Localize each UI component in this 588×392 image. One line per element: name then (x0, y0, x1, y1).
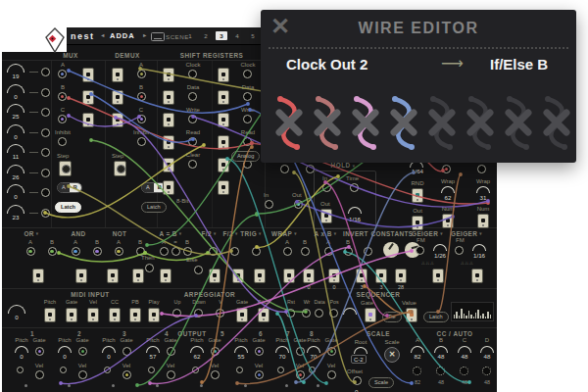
knob-dial[interactable] (7, 64, 24, 73)
gate-port[interactable] (122, 347, 131, 356)
knob-output-port[interactable] (41, 169, 50, 177)
sr-switch[interactable] (163, 135, 174, 150)
mux-ab-toggle[interactable]: AB (57, 182, 82, 193)
pitch-knob[interactable] (146, 346, 160, 353)
demux-step-knob[interactable] (114, 161, 126, 176)
misc-port[interactable] (280, 165, 289, 173)
logic-out-switch[interactable] (232, 269, 244, 283)
vel-port[interactable] (211, 370, 220, 379)
mod-port[interactable] (60, 367, 67, 373)
module-header[interactable]: GEIGER▾ (451, 230, 482, 237)
sr-switch[interactable] (218, 68, 229, 82)
cc-knob[interactable] (434, 346, 448, 353)
knob-dial[interactable] (7, 205, 24, 214)
patch-name[interactable]: ADDA (110, 31, 135, 40)
mod-port[interactable] (192, 367, 199, 373)
sr-port[interactable] (188, 137, 197, 146)
seq-mini-knob[interactable] (343, 308, 357, 315)
hold-time-port[interactable] (350, 183, 359, 192)
pitch-knob[interactable] (15, 346, 28, 353)
sr-switch[interactable] (218, 113, 229, 127)
seq-step-display[interactable] (451, 302, 494, 321)
sr-port[interactable] (243, 137, 252, 146)
logic-port[interactable] (183, 247, 192, 256)
arp-switch[interactable] (258, 308, 270, 322)
sr2-analog-button[interactable]: Analog (231, 151, 260, 162)
wire-style-swatch[interactable] (502, 92, 535, 153)
then-port[interactable] (145, 264, 154, 272)
pitch-knob[interactable] (307, 346, 320, 353)
vel-port[interactable] (78, 370, 87, 379)
gate-port[interactable] (327, 347, 336, 356)
module-header[interactable]: AND (71, 230, 85, 237)
knob-output-port[interactable] (41, 108, 50, 117)
pitch-knob[interactable] (102, 346, 116, 353)
wire-style-swatch[interactable] (349, 92, 382, 153)
logic-port[interactable] (209, 247, 218, 256)
else-port[interactable] (194, 266, 203, 274)
mux-switch[interactable] (82, 90, 94, 105)
sr-switch[interactable] (218, 158, 229, 172)
geiger1-fm-port[interactable] (416, 246, 424, 255)
logic-out-switch[interactable] (471, 269, 483, 283)
cc-port[interactable] (436, 367, 445, 375)
cc-knob[interactable] (458, 346, 471, 353)
logic-out-switch[interactable] (32, 269, 44, 283)
logic-port[interactable] (230, 247, 239, 256)
mux-step-knob[interactable] (59, 161, 72, 176)
knob-output-port[interactable] (41, 88, 50, 97)
demux-switch[interactable] (112, 113, 123, 127)
wrap2-num-switch[interactable] (477, 214, 489, 228)
scene-button[interactable]: 5 (247, 31, 259, 40)
logic-port[interactable] (344, 247, 353, 256)
demux-output-port[interactable] (137, 70, 146, 78)
vel-port[interactable] (167, 370, 175, 379)
demux-switch[interactable] (112, 90, 123, 105)
arp-port[interactable] (216, 309, 224, 318)
module-header[interactable]: OR▾ (24, 230, 38, 237)
logic-port[interactable] (115, 247, 123, 256)
sr-port[interactable] (243, 115, 252, 123)
seq-value-switch[interactable] (406, 308, 417, 322)
mod-port[interactable] (148, 367, 155, 373)
sr-switch[interactable] (218, 90, 229, 105)
arp-switch[interactable] (236, 308, 248, 322)
logic-port[interactable] (172, 247, 180, 256)
knob-output-port[interactable] (41, 68, 50, 76)
demux-latch-button[interactable]: Latch (141, 202, 167, 213)
cc-knob[interactable] (480, 346, 494, 353)
sr-switch[interactable] (218, 135, 229, 150)
module-header[interactable]: GEIGER▾ (412, 230, 443, 237)
wire-style-swatch[interactable] (425, 92, 459, 153)
mux-input-port[interactable] (58, 70, 67, 78)
logic-out-switch[interactable] (75, 269, 87, 283)
hold-rate-knob[interactable] (348, 207, 362, 214)
seq-port[interactable] (315, 309, 323, 318)
module-header[interactable]: F/2▾ (201, 230, 216, 237)
scale-button[interactable]: Scale (368, 377, 394, 388)
gate-port[interactable] (35, 347, 44, 356)
mod-port[interactable] (309, 367, 316, 373)
vel-port[interactable] (35, 370, 44, 379)
geiger2-rate-knob[interactable] (472, 244, 486, 251)
mux-input-port[interactable] (58, 92, 67, 101)
gate-port[interactable] (211, 347, 220, 356)
module-header[interactable]: F/2▾ (222, 230, 237, 237)
module-header[interactable]: A = B▾ (160, 230, 182, 237)
module-header[interactable]: WRAP▾ (271, 230, 297, 237)
seq-gate-switch[interactable] (365, 308, 376, 322)
sr-port[interactable] (243, 92, 252, 101)
logic-out-switch[interactable] (375, 269, 387, 283)
logic-port[interactable] (48, 247, 57, 256)
knob-output-port[interactable] (41, 209, 50, 218)
wire-style-swatch[interactable] (272, 92, 306, 153)
knob-output-port[interactable] (41, 188, 50, 197)
wrap2-knob[interactable] (476, 186, 490, 193)
pitch-knob[interactable] (275, 346, 289, 353)
wire-style-swatch[interactable] (540, 92, 573, 153)
mux-switch[interactable] (82, 113, 94, 127)
pitch-knob[interactable] (190, 346, 204, 353)
midi-channel-knob[interactable] (8, 305, 25, 314)
demux-output-port[interactable] (137, 115, 146, 123)
sr-port[interactable] (188, 70, 197, 78)
